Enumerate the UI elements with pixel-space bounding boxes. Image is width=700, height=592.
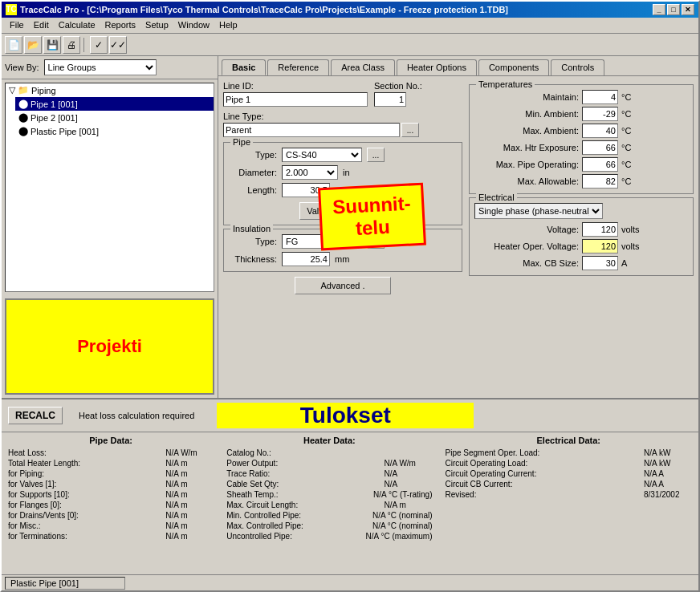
- window-title: TraceCalc Pro - [C:\Program Files\Tyco T…: [20, 5, 508, 14]
- valves-btn-row: Valves, supports...: [229, 202, 457, 220]
- temp-max-ambient-row: Max. Ambient: °C: [474, 124, 688, 138]
- elec-data-row-4: Revised: 8/31/2002: [446, 490, 693, 499]
- tree-item-plastic-pipe[interactable]: ⬤ Plastic Pipe [001]: [15, 124, 214, 138]
- pipe-type-select[interactable]: CS-S40: [282, 148, 362, 162]
- data-section: Pipe Data: Heat Loss: N/A W/m Total Heat…: [2, 432, 698, 574]
- tab-controls[interactable]: Controls: [551, 59, 604, 75]
- recalc-button[interactable]: RECALC: [8, 407, 63, 424]
- heater-data-header: Heater Data:: [226, 436, 432, 445]
- max-ambient-input[interactable]: [582, 124, 618, 138]
- results-box: Tulokset: [217, 403, 474, 428]
- ins-type-select[interactable]: FG: [282, 234, 362, 249]
- section-no-label: Section No.:: [374, 81, 422, 91]
- tab-components[interactable]: Components: [478, 59, 549, 75]
- max-htr-unit: °C: [621, 143, 637, 152]
- pipe-length-input[interactable]: [282, 183, 330, 197]
- menu-window[interactable]: Window: [173, 19, 214, 31]
- electrical-data-header: Electrical Data:: [446, 436, 693, 445]
- pipe-type-ellipsis-button[interactable]: ...: [367, 148, 385, 162]
- tab-reference[interactable]: Reference: [267, 59, 329, 75]
- max-cb-input[interactable]: [582, 256, 618, 270]
- ins-type-ellipsis-button[interactable]: ...: [367, 234, 385, 249]
- pipe-diameter-select[interactable]: 2.000: [282, 165, 338, 180]
- menu-edit[interactable]: Edit: [29, 19, 54, 31]
- print-button[interactable]: 🖨: [63, 36, 80, 54]
- advanced-btn-row: Advanced .: [223, 277, 462, 294]
- line-type-group: Line Type: ...: [223, 112, 419, 137]
- valves-button[interactable]: Valves, supports...: [299, 202, 386, 220]
- save-button[interactable]: 💾: [43, 36, 61, 54]
- max-cb-row: Max. CB Size: A: [474, 256, 688, 270]
- heater-data-row-4: Sheath Temp.: N/A °C (T-rating): [226, 490, 432, 499]
- advanced-button[interactable]: Advanced .: [295, 277, 391, 294]
- maintain-input[interactable]: [582, 90, 618, 104]
- ins-thickness-unit: mm: [335, 254, 349, 264]
- menu-bar: File Edit Calculate Reports Setup Window…: [2, 18, 698, 34]
- open-button[interactable]: 📂: [24, 36, 42, 54]
- menu-help[interactable]: Help: [214, 19, 242, 31]
- pipe-data-row-5: for Flanges [0]: N/A m: [8, 501, 214, 509]
- pipe-icon-2: ⬤: [18, 112, 28, 123]
- voltage-unit: volts: [621, 225, 640, 234]
- pipe-length-row: Length: m: [229, 183, 457, 197]
- tab-basic[interactable]: Basic: [222, 59, 266, 75]
- left-form: Line ID: Section No.: Line Type:: [223, 81, 462, 294]
- tree-item-pipe2[interactable]: ⬤ Pipe 2 [001]: [15, 111, 214, 124]
- max-htr-input[interactable]: [582, 140, 618, 155]
- status-item: Plastic Pipe [001]: [5, 577, 125, 590]
- tab-area-class[interactable]: Area Class: [331, 59, 395, 75]
- max-pipe-input[interactable]: [582, 157, 618, 172]
- menu-reports[interactable]: Reports: [100, 19, 141, 31]
- new-button[interactable]: 📄: [5, 36, 22, 54]
- line-id-label: Line ID:: [223, 81, 368, 91]
- min-ambient-input[interactable]: [582, 107, 618, 121]
- line-id-input[interactable]: [223, 92, 368, 107]
- folder-icon: 📁: [18, 85, 29, 95]
- bottom-header: RECALC Heat loss calculation required Tu…: [2, 399, 698, 432]
- line-type-input[interactable]: [223, 123, 400, 137]
- line-type-ellipsis-button[interactable]: ...: [401, 123, 419, 137]
- line-type-row: Line Type: ...: [223, 112, 462, 137]
- toolbar-btn-5[interactable]: ✓: [90, 36, 108, 54]
- maintain-label: Maintain:: [474, 92, 579, 102]
- menu-calculate[interactable]: Calculate: [54, 19, 100, 31]
- tree-root-piping[interactable]: ▽ 📁 Piping: [6, 83, 214, 97]
- electrical-label: Electrical: [476, 193, 517, 202]
- tree-item-pipe1[interactable]: ⬤ Pipe 1 [001]: [15, 97, 214, 111]
- maximize-button[interactable]: □: [667, 4, 680, 15]
- pipe-data-row-8: for Terminations: N/A m: [8, 532, 214, 541]
- pipe-diameter-row: Diameter: 2.000 in: [229, 165, 457, 180]
- toolbar-btn-6[interactable]: ✓✓: [109, 36, 127, 54]
- max-allowable-unit: °C: [621, 176, 637, 186]
- menu-file[interactable]: File: [5, 19, 29, 31]
- temp-min-ambient-row: Min. Ambient: °C: [474, 107, 688, 121]
- htr-oper-input[interactable]: [582, 239, 618, 253]
- minimize-button[interactable]: _: [653, 4, 665, 15]
- voltage-input[interactable]: [582, 222, 618, 237]
- heater-data-row-5: Max. Circuit Length: N/A m: [226, 501, 432, 509]
- tab-bar: Basic Reference Area Class Heater Option…: [218, 56, 698, 76]
- max-allowable-input[interactable]: [582, 174, 618, 189]
- pipe-data-row-0: Heat Loss: N/A W/m: [8, 448, 214, 457]
- elec-data-row-0: Pipe Segment Oper. Load: N/A kW: [446, 448, 693, 457]
- title-buttons: _ □ ✕: [653, 4, 694, 15]
- ins-thickness-input[interactable]: [282, 252, 330, 266]
- pipe-group: Pipe Type: CS-S40 ... Diameter:: [223, 142, 462, 225]
- electrical-group: Electrical Single phase (phase-neutral) …: [469, 197, 694, 276]
- temp-maintain-row: Maintain: °C: [474, 90, 688, 104]
- tree-expand-icon: ▽: [9, 85, 15, 95]
- max-pipe-unit: °C: [621, 160, 637, 169]
- menu-setup[interactable]: Setup: [140, 19, 173, 31]
- title-bar-left: TC TraceCalc Pro - [C:\Program Files\Tyc…: [6, 4, 508, 15]
- pipe-group-label: Pipe: [230, 137, 253, 147]
- elec-data-row-3: Circuit CB Current: N/A A: [446, 480, 693, 489]
- view-by-select[interactable]: Line Groups: [44, 59, 157, 75]
- close-button[interactable]: ✕: [682, 4, 694, 15]
- tab-heater-options[interactable]: Heater Options: [397, 59, 477, 75]
- ins-type-row: Type: FG ...: [229, 234, 457, 249]
- elec-type-select[interactable]: Single phase (phase-neutral): [474, 203, 603, 219]
- section-no-input[interactable]: [374, 92, 406, 107]
- main-window: TC TraceCalc Pro - [C:\Program Files\Tyc…: [0, 0, 700, 592]
- bottom-panel: RECALC Heat loss calculation required Tu…: [2, 398, 698, 574]
- elec-data-row-1: Circuit Operating Load: N/A kW: [446, 459, 693, 468]
